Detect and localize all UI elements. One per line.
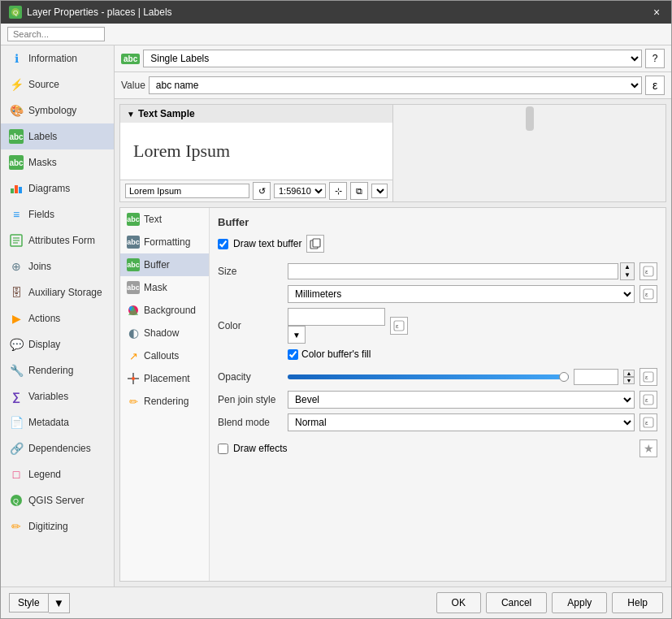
cancel-button[interactable]: Cancel (486, 592, 547, 613)
opacity-spinner[interactable]: ▲ ▼ (623, 370, 635, 384)
reset-sample-btn[interactable]: ↺ (253, 182, 271, 200)
sidebar-label-fields: Fields (28, 209, 54, 220)
sidebar-item-qgis-server[interactable]: Q QGIS Server (1, 487, 114, 513)
sidebar-label-display: Display (28, 339, 60, 350)
sidebar-label-source: Source (28, 79, 59, 90)
sub-nav-callouts[interactable]: ↗ Callouts (120, 344, 209, 367)
sub-nav-label-callouts: Callouts (144, 350, 179, 361)
sidebar-item-joins[interactable]: ⊕ Joins (1, 253, 114, 279)
size-down-btn[interactable]: ▼ (621, 271, 634, 279)
blend-mode-select[interactable]: Normal Multiply Screen Overlay (288, 413, 635, 431)
sample-text-input[interactable] (125, 184, 249, 198)
sidebar-item-source[interactable]: ⚡ Source (1, 71, 114, 97)
labels-icon: abc (9, 129, 24, 144)
copy-from-button[interactable] (306, 235, 324, 253)
draw-effects-checkbox[interactable] (218, 444, 228, 454)
color-swatch[interactable] (288, 308, 385, 326)
close-button[interactable]: × (650, 6, 663, 19)
color-row: Color ▼ ε (218, 308, 657, 344)
copy-sample-btn[interactable]: ⧉ (350, 182, 368, 200)
search-toolbar (1, 24, 671, 45)
opacity-down-btn[interactable]: ▼ (623, 377, 635, 384)
sub-nav-mask[interactable]: abc Mask (120, 276, 209, 299)
sidebar-item-masks[interactable]: abc Masks (1, 149, 114, 175)
expression-button[interactable]: ε (645, 76, 665, 95)
sidebar-item-fields[interactable]: ≡ Fields (1, 201, 114, 227)
sub-nav-formatting[interactable]: abc Formatting (120, 231, 209, 253)
sidebar-item-auxiliary-storage[interactable]: 🗄 Auxiliary Storage (1, 279, 114, 305)
sidebar-item-actions[interactable]: ▶ Actions (1, 305, 114, 331)
text-sample-header[interactable]: ▼ Text Sample (120, 105, 392, 123)
help-button[interactable]: Help (612, 592, 663, 613)
apply-button[interactable]: Apply (552, 592, 607, 613)
sub-nav-background[interactable]: Background (120, 299, 209, 322)
pen-join-data-def-btn[interactable]: ε (639, 391, 657, 409)
sidebar-item-symbology[interactable]: 🎨 Symbology (1, 97, 114, 123)
draw-effects-label[interactable]: Draw effects (233, 443, 287, 454)
opacity-data-def-btn[interactable]: ε (639, 368, 657, 386)
sidebar-item-information[interactable]: ℹ Information (1, 45, 114, 71)
opacity-slider[interactable] (288, 374, 569, 379)
sidebar-item-legend[interactable]: □ Legend (1, 461, 114, 487)
scroll-thumb[interactable] (526, 106, 534, 131)
color-fill-checkbox[interactable] (288, 349, 298, 360)
style-arrow-btn[interactable]: ▼ (49, 593, 70, 613)
value-field-select[interactable]: abc name id type (149, 76, 642, 94)
size-up-btn[interactable]: ▲ (621, 263, 634, 271)
ok-button[interactable]: OK (436, 592, 481, 613)
color-dropdown-btn[interactable]: ▼ (288, 326, 306, 344)
search-input[interactable] (7, 27, 105, 41)
svg-text:ε: ε (396, 322, 399, 330)
draw-buffer-label[interactable]: Draw text buffer (233, 238, 301, 249)
style-button[interactable]: Style (9, 593, 49, 613)
draw-buffer-row: Draw text buffer (218, 235, 657, 253)
sidebar-item-rendering[interactable]: 🔧 Rendering (1, 357, 114, 383)
size-unit-data-def-btn[interactable]: ε (639, 285, 657, 303)
svg-text:Q: Q (13, 497, 19, 505)
information-icon: ℹ (9, 51, 24, 66)
sub-nav-rendering[interactable]: ✏ Rendering (120, 390, 209, 413)
buffer-panel-title: Buffer (218, 216, 657, 228)
size-unit-row: Millimeters Points Pixels Map Units ε (288, 285, 657, 303)
sidebar-item-metadata[interactable]: 📄 Metadata (1, 409, 114, 435)
size-spinner[interactable]: ▲ ▼ (620, 262, 635, 280)
blend-mode-data-def-btn[interactable]: ε (639, 413, 657, 431)
sub-nav-text[interactable]: abc Text (120, 208, 209, 231)
sub-nav-placement[interactable]: Placement (120, 367, 209, 390)
render-quality-select[interactable]: ▼ (371, 184, 388, 198)
sidebar-item-digitizing[interactable]: ✏ Digitizing (1, 513, 114, 539)
background-nav-icon (127, 304, 140, 317)
effects-star-btn[interactable]: ★ (639, 439, 657, 457)
sidebar-label-qgis-server: QGIS Server (28, 495, 85, 506)
sub-nav-shadow[interactable]: ◐ Shadow (120, 322, 209, 344)
size-data-def-btn[interactable]: ε (639, 262, 657, 280)
sub-nav-buffer[interactable]: abc Buffer (120, 253, 209, 276)
zoom-select[interactable]: 1:59610 1:10000 (274, 184, 326, 198)
color-fill-row: Color buffer's fill (288, 348, 657, 360)
diagrams-icon (9, 181, 24, 196)
select-on-canvas-btn[interactable]: ⊹ (329, 182, 347, 200)
placement-nav-icon (127, 372, 140, 385)
color-data-def-btn[interactable]: ε (390, 317, 408, 335)
style-group: Style ▼ (9, 593, 70, 613)
rendering-sub-nav-icon: ✏ (127, 395, 140, 408)
opacity-up-btn[interactable]: ▲ (623, 370, 635, 377)
sidebar-item-attributes-form[interactable]: Attributes Form (1, 227, 114, 253)
label-mode-help-btn[interactable]: ? (645, 49, 665, 68)
sidebar-item-display[interactable]: 💬 Display (1, 331, 114, 357)
color-fill-label[interactable]: Color buffer's fill (301, 348, 371, 360)
sidebar-item-labels[interactable]: abc Labels (1, 123, 114, 149)
size-input[interactable]: 1.0000 (288, 263, 618, 279)
sidebar-item-variables[interactable]: ∑ Variables (1, 383, 114, 409)
sample-scrollbar[interactable] (392, 105, 665, 201)
opacity-value-input[interactable]: 100.0 % (574, 369, 618, 385)
label-mode-select[interactable]: Single Labels No Labels Rule-based Label… (143, 50, 642, 67)
size-unit-select[interactable]: Millimeters Points Pixels Map Units (288, 285, 635, 303)
sub-nav-label-buffer: Buffer (144, 259, 170, 271)
attributes-icon (9, 233, 24, 248)
pen-join-select[interactable]: Bevel Miter Round (288, 391, 635, 409)
draw-buffer-checkbox[interactable] (218, 239, 228, 249)
buffer-nav-icon: abc (127, 258, 140, 271)
sidebar-item-dependencies[interactable]: 🔗 Dependencies (1, 435, 114, 461)
sidebar-item-diagrams[interactable]: Diagrams (1, 175, 114, 201)
